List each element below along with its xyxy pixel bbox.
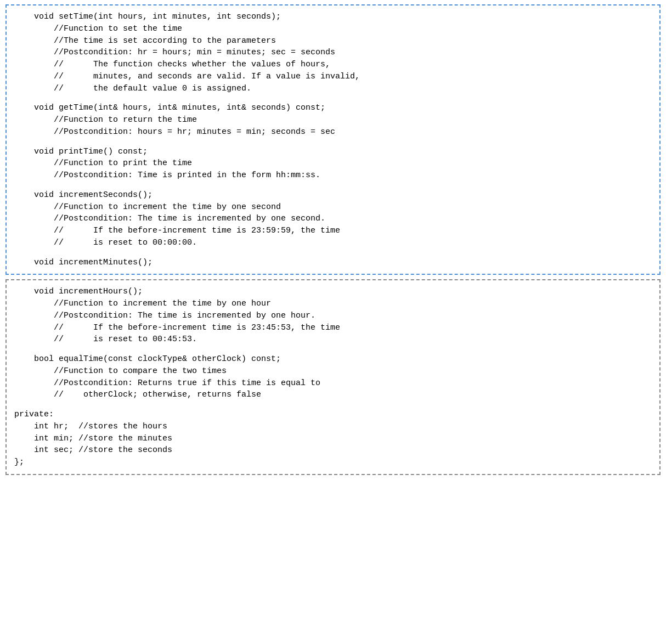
equalTime-section: bool equalTime(const clockType& otherClo… [14,353,652,401]
code-line: //Function to increment the time by one … [14,201,652,213]
code-line: //Postcondition: Returns true if this ti… [14,377,652,389]
code-line: //Postcondition: hours = hr; minutes = m… [14,126,652,138]
code-line: int sec; //store the seconds [14,444,652,456]
code-line: // otherClock; otherwise, returns false [14,389,652,401]
code-line: // If the before-increment time is 23:59… [14,225,652,237]
code-block-bottom: void incrementHours(); //Function to inc… [5,279,661,475]
code-line: void incrementSeconds(); [14,189,652,201]
code-line: private: [14,409,652,421]
code-line: //Function to set the time [14,23,652,35]
code-line: }; [14,456,652,468]
code-line: void incrementMinutes(); [14,257,652,269]
code-line: //Postcondition: hr = hours; min = minut… [14,47,652,59]
incrementSeconds-section: void incrementSeconds(); //Function to i… [14,189,652,249]
printTime-section: void printTime() const; //Function to pr… [14,146,652,182]
code-line: //Function to return the time [14,114,652,126]
code-line: void getTime(int& hours, int& minutes, i… [14,102,652,114]
code-line: bool equalTime(const clockType& otherClo… [14,353,652,365]
code-line: //Function to increment the time by one … [14,298,652,310]
setTime-section: void setTime(int hours, int minutes, int… [14,11,652,94]
code-line: // minutes, and seconds are valid. If a … [14,71,652,83]
code-line: void incrementHours(); [14,286,652,298]
code-line: int hr; //stores the hours [14,421,652,433]
code-block-top: void setTime(int hours, int minutes, int… [5,4,661,275]
code-line: //Function to print the time [14,157,652,170]
code-line: // The function checks whether the value… [14,59,652,71]
code-line: //Postcondition: Time is printed in the … [14,170,652,182]
code-line: int min; //store the minutes [14,433,652,445]
code-line: void setTime(int hours, int minutes, int… [14,11,652,23]
incrementMinutes-section: void incrementMinutes(); [14,257,652,269]
code-line: // If the before-increment time is 23:45… [14,322,652,334]
getTime-section: void getTime(int& hours, int& minutes, i… [14,102,652,138]
code-line: void printTime() const; [14,146,652,158]
code-line: //The time is set according to the param… [14,35,652,47]
private-section: private: int hr; //stores the hours int … [14,409,652,468]
code-line: //Postcondition: The time is incremented… [14,213,652,225]
code-line: //Function to compare the two times [14,365,652,377]
page-container: void setTime(int hours, int minutes, int… [0,4,666,644]
code-line: // is reset to 00:45:53. [14,334,652,346]
incrementHours-section: void incrementHours(); //Function to inc… [14,286,652,346]
code-line: //Postcondition: The time is incremented… [14,310,652,322]
code-line: // the default value 0 is assigned. [14,83,652,95]
code-line: // is reset to 00:00:00. [14,237,652,249]
